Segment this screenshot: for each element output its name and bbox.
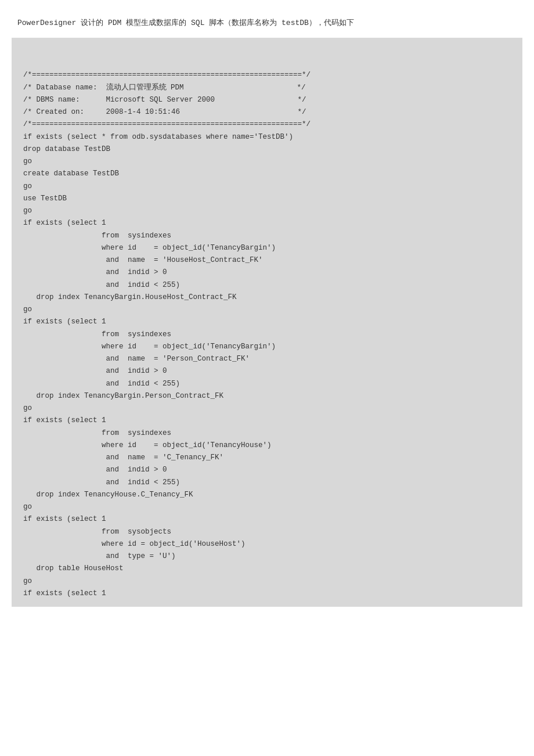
code-line: drop index TenancyHouse.C_Tenancy_FK <box>23 489 511 501</box>
code-line: if exists (select * from odb.sysdatabase… <box>23 131 511 143</box>
intro-label: PowerDesigner 设计的 PDM 模型生成数据库的 SQL 脚本（数据… <box>17 19 354 27</box>
code-line: go <box>23 402 511 415</box>
code-line: and name = 'HouseHost_Contract_FK' <box>23 254 511 267</box>
code-line: /*======================================… <box>23 118 511 131</box>
code-line: if exists (select 1 <box>23 513 511 525</box>
code-line: /*======================================… <box>23 69 511 81</box>
code-line: drop index TenancyBargin.HouseHost_Contr… <box>23 291 511 304</box>
code-line: if exists (select 1 <box>23 316 511 328</box>
code-line: go <box>23 181 511 193</box>
code-line: go <box>23 156 511 168</box>
code-line: and indid < 255) <box>23 378 511 390</box>
code-line: if exists (select 1 <box>23 588 511 600</box>
code-line: from sysindexes <box>23 230 511 242</box>
code-line: from sysobjects <box>23 526 511 538</box>
code-line: and indid > 0 <box>23 365 511 377</box>
code-line: and name = 'Person_Contract_FK' <box>23 353 511 365</box>
code-line: /* Database name: 流动人口管理系统 PDM */ <box>23 82 511 94</box>
code-line: where id = object_id('TenancyBargin') <box>23 341 511 353</box>
code-line: if exists (select 1 <box>23 415 511 427</box>
code-line: and indid < 255) <box>23 279 511 291</box>
code-line: from sysindexes <box>23 427 511 440</box>
code-line: go <box>23 304 511 316</box>
code-line: drop table HouseHost <box>23 563 511 575</box>
code-line: and indid < 255) <box>23 477 511 489</box>
code-line: and indid > 0 <box>23 267 511 279</box>
code-line: where id = object_id('HouseHost') <box>23 538 511 550</box>
code-line: if exists (select 1 <box>23 217 511 229</box>
code-line: create database TestDB <box>23 168 511 180</box>
code-line: from sysindexes <box>23 329 511 341</box>
code-line: /* Created on: 2008-1-4 10:51:46 */ <box>23 106 511 118</box>
code-line: go <box>23 205 511 217</box>
code-block: /*======================================… <box>12 38 522 607</box>
code-line: /* DBMS name: Microsoft SQL Server 2000 … <box>23 94 511 106</box>
intro-text: PowerDesigner 设计的 PDM 模型生成数据库的 SQL 脚本（数据… <box>0 12 534 38</box>
code-line: where id = object_id('TenancyHouse') <box>23 440 511 452</box>
code-line: drop index TenancyBargin.Person_Contract… <box>23 390 511 402</box>
code-line: and name = 'C_Tenancy_FK' <box>23 452 511 464</box>
code-line: drop database TestDB <box>23 143 511 156</box>
code-line: where id = object_id('TenancyBargin') <box>23 242 511 254</box>
code-line: use TestDB <box>23 193 511 205</box>
code-line: and indid > 0 <box>23 464 511 476</box>
code-line: go <box>23 501 511 513</box>
code-line: and type = 'U') <box>23 550 511 563</box>
page-container: PowerDesigner 设计的 PDM 模型生成数据库的 SQL 脚本（数据… <box>0 0 534 756</box>
code-line: go <box>23 575 511 588</box>
